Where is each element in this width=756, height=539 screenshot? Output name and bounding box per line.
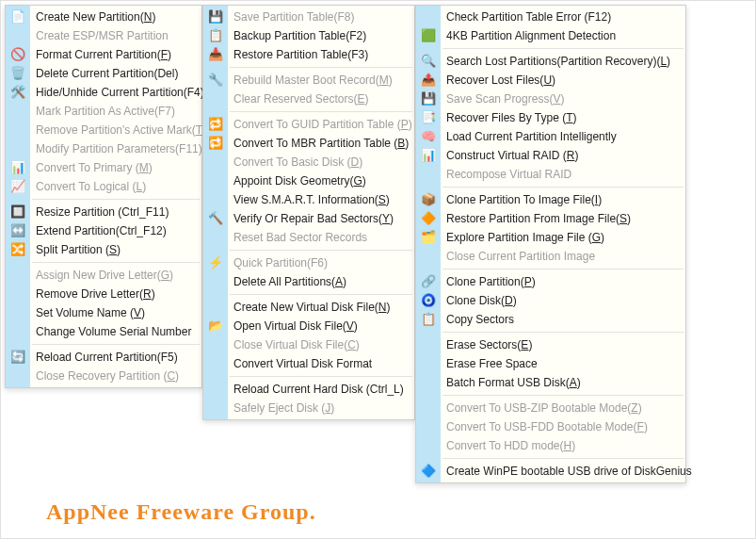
menu-item: Mark Partition As Active(F7) <box>30 102 201 121</box>
menu-item[interactable]: 🛠️Hide/Unhide Current Partition(F4) <box>30 83 201 102</box>
menu-item[interactable]: 🔀Split Partition (S) <box>30 240 201 259</box>
menu-item: Remove Partition's Active Mark(T) <box>30 121 201 139</box>
menu-separator <box>230 67 412 68</box>
menu-item[interactable]: 🔲Resize Partition (Ctrl_F11) <box>30 203 201 221</box>
menu-item[interactable]: 🧠Load Current Partition Intelligently <box>441 127 685 146</box>
menu-item[interactable]: 🔁Convert To MBR Partition Table (B) <box>228 134 414 153</box>
menu-item[interactable]: 🔄Reload Current Partition(F5) <box>30 348 201 367</box>
menu-item-label: Split Partition (S) <box>36 240 121 259</box>
menu-item: 📊Convert To Primary (M) <box>30 158 201 177</box>
menu-item: Close Recovery Partition (C) <box>30 367 201 385</box>
menu-item-label: Reload Current Partition(F5) <box>36 348 178 367</box>
menu-item[interactable]: Change Volume Serial Number <box>30 322 201 341</box>
menu-item[interactable]: 📑Recover Files By Type (T) <box>441 108 685 127</box>
menu-item[interactable]: Convert Virtual Disk Format <box>228 354 414 373</box>
menu-item: 💾Save Partition Table(F8) <box>228 8 414 26</box>
menu-item[interactable]: 🗑️Delete Current Partition(Del) <box>30 64 201 83</box>
menu-item[interactable]: Set Volume Name (V) <box>30 303 201 322</box>
menu-item-label: Restore Partition From Image File(S) <box>446 209 631 228</box>
menu-item: Close Virtual Disk File(C) <box>228 335 414 354</box>
menu-item[interactable]: 📊Construct Virtual RAID (R) <box>441 146 685 165</box>
menu-item-label: Reload Current Hard Disk (Ctrl_L) <box>233 380 404 399</box>
menu-item: 🔧Rebuild Master Boot Record(M) <box>228 71 414 90</box>
menu-item-label: Remove Partition's Active Mark(T) <box>36 121 206 139</box>
menu-item[interactable]: 📦Clone Partition To Image File(I) <box>441 190 685 209</box>
menu-item[interactable]: 🔶Restore Partition From Image File(S) <box>441 209 685 228</box>
menu-item[interactable]: Check Partition Table Error (F12) <box>441 8 685 26</box>
menu-item: Close Current Partition Image <box>441 247 685 266</box>
menu-item[interactable]: Erase Sectors(E) <box>441 335 685 354</box>
menu-item-icon: 📥 <box>208 47 223 62</box>
menu-item[interactable]: 📋Backup Partition Table(F2) <box>228 26 414 45</box>
menu-separator <box>442 48 684 49</box>
menu-item-icon: 🔀 <box>10 242 25 257</box>
menu-item[interactable]: View S.M.A.R.T. Information(S) <box>228 190 414 209</box>
menu-item[interactable]: 📥Restore Partition Table(F3) <box>228 45 414 64</box>
menu-body: 📄Create New Partition(N)Create ESP/MSR P… <box>30 6 201 387</box>
menu-item-icon: 🔶 <box>421 211 436 226</box>
menu-item-label: Mark Partition As Active(F7) <box>36 102 175 121</box>
menu-item-label: Rebuild Master Boot Record(M) <box>233 71 393 90</box>
menu-item[interactable]: 📤Recover Lost Files(U) <box>441 71 685 90</box>
menu-separator <box>230 294 412 295</box>
menu-separator <box>230 250 412 251</box>
menu-item: Convert To USB-FDD Bootable Mode(F) <box>441 417 685 436</box>
menu-item-icon: 🔁 <box>208 117 223 132</box>
menu-item[interactable]: 🔷Create WinPE bootable USB drive of Disk… <box>441 462 685 481</box>
menu-item-icon: 🔗 <box>421 274 436 289</box>
menu-item: ⚡Quick Partition(F6) <box>228 253 414 272</box>
menu-item-label: Change Volume Serial Number <box>36 322 191 341</box>
menu-item-label: Delete Current Partition(Del) <box>36 64 178 83</box>
menu-item[interactable]: 🗂️Explore Partition Image File (G) <box>441 228 685 247</box>
menu-item[interactable]: Create New Virtual Disk File(N) <box>228 298 414 317</box>
menu-item[interactable]: 🔨Verify Or Repair Bad Sectors(Y) <box>228 209 414 228</box>
menu-tools[interactable]: Check Partition Table Error (F12)🟩4KB Pa… <box>415 5 686 483</box>
menu-item[interactable]: 📂Open Virtual Disk File(V) <box>228 317 414 335</box>
menu-item-icon: 📂 <box>208 318 223 334</box>
screenshot-stage: 📄Create New Partition(N)Create ESP/MSR P… <box>0 0 756 539</box>
menu-item[interactable]: 🔗Clone Partition(P) <box>441 272 685 291</box>
menu-item[interactable]: 🟩4KB Partition Alignment Detection <box>441 26 685 45</box>
menu-disk[interactable]: 💾Save Partition Table(F8)📋Backup Partiti… <box>202 5 415 420</box>
menu-item[interactable]: 🔍Search Lost Partitions(Partition Recove… <box>441 52 685 71</box>
menu-item-icon: 📑 <box>421 110 436 125</box>
menu-separator <box>442 332 684 333</box>
menu-item-label: View S.M.A.R.T. Information(S) <box>233 190 390 209</box>
menu-item-label: Convert Virtual Disk Format <box>233 354 372 373</box>
menu-item[interactable]: ↔️Extend Partition(Ctrl_F12) <box>30 221 201 240</box>
menu-item[interactable]: 📋Copy Sectors <box>441 310 685 329</box>
menu-item-label: Convert To USB-FDD Bootable Mode(F) <box>446 417 648 436</box>
menu-item-label: Clear Reserved Sectors(E) <box>233 90 368 108</box>
menu-body: 💾Save Partition Table(F8)📋Backup Partiti… <box>228 6 414 419</box>
menu-item[interactable]: Erase Free Space <box>441 354 685 373</box>
menu-item[interactable]: Appoint Disk Geometry(G) <box>228 172 414 190</box>
menu-item-label: Convert To Primary (M) <box>36 158 153 177</box>
menu-item-icon: 🗂️ <box>421 230 436 245</box>
menu-separator <box>32 262 200 263</box>
menu-item[interactable]: 🚫Format Current Partition(F) <box>30 45 201 64</box>
menu-item-label: Assign New Drive Letter(G) <box>36 266 173 285</box>
menu-item-label: Resize Partition (Ctrl_F11) <box>36 203 169 221</box>
menu-item-icon: ↔️ <box>10 223 25 238</box>
menu-item-label: Convert To Logical (L) <box>36 177 146 196</box>
menu-item[interactable]: Remove Drive Letter(R) <box>30 285 201 303</box>
menu-item-label: Batch Format USB Disk(A) <box>446 373 581 392</box>
menu-item[interactable]: Reload Current Hard Disk (Ctrl_L) <box>228 380 414 399</box>
menu-separator <box>442 395 684 396</box>
menu-separator <box>32 344 200 345</box>
menu-item[interactable]: 🧿Clone Disk(D) <box>441 291 685 310</box>
menu-separator <box>442 269 684 270</box>
menu-item: Recompose Virtual RAID <box>441 165 685 184</box>
menu-item[interactable]: Batch Format USB Disk(A) <box>441 373 685 392</box>
menu-item-icon: 🛠️ <box>10 85 25 100</box>
menu-item[interactable]: Delete All Partitions(A) <box>228 272 414 291</box>
menu-item-label: Recover Files By Type (T) <box>446 108 577 127</box>
menu-item[interactable]: 📄Create New Partition(N) <box>30 8 201 26</box>
menu-item-label: Hide/Unhide Current Partition(F4) <box>36 83 204 102</box>
menu-item-icon: 🔁 <box>208 136 223 151</box>
menu-separator <box>442 458 684 459</box>
menu-item-icon: ⚡ <box>208 255 223 270</box>
menu-item-label: Appoint Disk Geometry(G) <box>233 172 366 190</box>
menu-partition[interactable]: 📄Create New Partition(N)Create ESP/MSR P… <box>5 5 202 388</box>
menu-item-label: Close Current Partition Image <box>446 247 595 266</box>
